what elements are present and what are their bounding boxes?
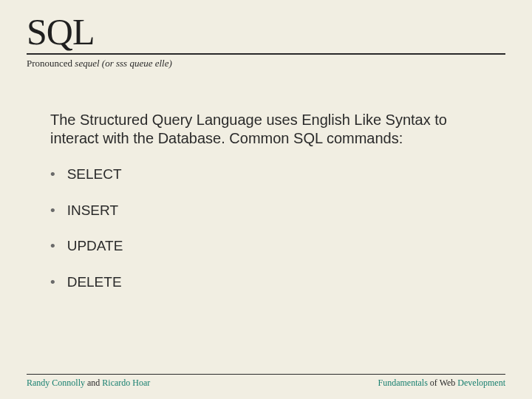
page-title: SQL	[27, 10, 505, 53]
subtitle: Pronounced sequel (or sss queue elle)	[27, 58, 505, 69]
bullet-icon: •	[50, 273, 55, 292]
list-item-label: UPDATE	[67, 237, 123, 256]
footer-text: Fundamentals	[378, 378, 428, 388]
list-item: • INSERT	[50, 202, 505, 220]
footer-text: and	[85, 378, 102, 388]
footer-left: Randy Connolly and Ricardo Hoar	[27, 378, 150, 389]
body-paragraph: The Structured Query Language uses Engli…	[50, 111, 449, 148]
footer-right: Fundamentals of Web Development	[378, 378, 505, 389]
footer: Randy Connolly and Ricardo Hoar Fundamen…	[27, 374, 505, 389]
list-item: • UPDATE	[50, 237, 505, 256]
author-name: Randy Connolly	[27, 378, 85, 388]
list-item-label: SELECT	[67, 166, 122, 184]
list-item-label: INSERT	[67, 202, 118, 220]
subtitle-part: (or	[100, 58, 116, 69]
bullet-icon: •	[50, 202, 55, 220]
subtitle-part: Pronounced	[27, 58, 75, 69]
footer-text: of Web	[428, 378, 457, 388]
subtitle-italic: sss queue elle)	[116, 58, 172, 69]
bullet-icon: •	[50, 166, 55, 184]
subtitle-italic: sequel	[75, 58, 99, 69]
footer-rule	[27, 374, 505, 375]
command-list: • SELECT • INSERT • UPDATE • DELETE	[50, 166, 505, 292]
footer-text: Development	[457, 378, 505, 388]
list-item: • SELECT	[50, 166, 505, 184]
bullet-icon: •	[50, 237, 55, 256]
author-name: Ricardo Hoar	[102, 378, 150, 388]
list-item: • DELETE	[50, 273, 505, 292]
list-item-label: DELETE	[67, 273, 122, 292]
